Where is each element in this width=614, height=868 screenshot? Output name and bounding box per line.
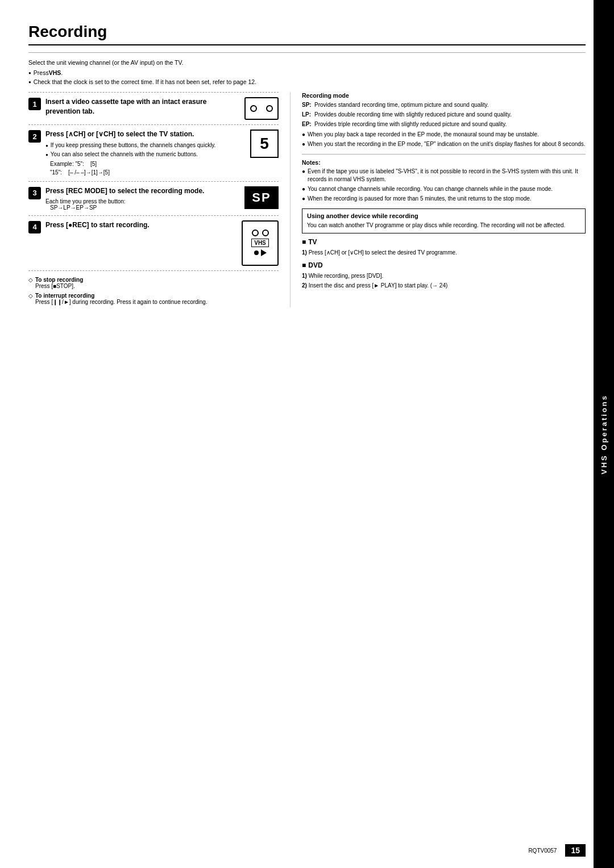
dvd-header: DVD	[302, 261, 586, 269]
vhs-reel-row	[252, 229, 269, 236]
step-2-content: Press [∧CH] or [∨CH] to select the TV st…	[45, 130, 244, 177]
recording-mode-ep: EP: Provides triple recording time with …	[302, 120, 586, 128]
stop-recording-text: To stop recordingPress [■STOP].	[35, 277, 83, 289]
note-2-text: You cannot change channels while recordi…	[308, 185, 553, 193]
rec-dot-icon	[254, 251, 259, 255]
ep-note1: ● When you play back a tape recorded in …	[302, 131, 586, 139]
note-1-bullet: ●	[302, 168, 305, 176]
vhs-label: VHS	[251, 239, 269, 247]
step-2-note1: If you keep pressing these buttons, the …	[45, 141, 244, 149]
note-1-text: Even if the tape you use is labeled "S-V…	[308, 168, 586, 183]
footer: RQTV0057 15	[28, 844, 586, 857]
ep-note2: ● When you start the recording in the EP…	[302, 140, 586, 148]
step-3-seq: SP→LP→EP→SP	[50, 205, 239, 211]
left-column: 1 Insert a video cassette tape with an i…	[28, 92, 290, 307]
lp-text: Provides double recording time with slig…	[314, 111, 512, 119]
sp-icon: SP	[244, 186, 279, 209]
step-1-icon	[244, 97, 279, 120]
step-1-title: Insert a video cassette tape with an int…	[45, 97, 239, 116]
example-line1: Example: "5": [5]	[50, 160, 244, 168]
vhs-sidebar-label: VHS Operations	[600, 394, 608, 474]
diamond-interrupt: ◇	[28, 293, 33, 299]
tv-step-1: 1) Press [∧CH] or [∨CH] to select the de…	[302, 248, 586, 257]
ep-note1-text: When you play back a tape recorded in th…	[308, 131, 539, 139]
step-4: 4 Press [●REC] to start recording. VHS	[28, 215, 279, 271]
interrupt-recording: ◇ To interrupt recordingPress [❙❙/►] dur…	[28, 293, 279, 305]
intro-bullet2: Check that the clock is set to the corre…	[28, 78, 586, 86]
step-3-title: Press [REC MODE] to select the recording…	[45, 186, 239, 196]
ep-label: EP:	[302, 120, 314, 128]
notes-section: Notes: ● Even if the tape you use is lab…	[302, 154, 586, 203]
notes-title: Notes:	[302, 159, 586, 166]
step-4-number: 4	[28, 221, 41, 233]
tape-reel-left	[250, 105, 257, 112]
recording-mode-title: Recording mode	[302, 92, 586, 99]
step-2: 2 Press [∧CH] or [∨CH] to select the TV …	[28, 124, 279, 177]
stop-interrupt-section: ◇ To stop recordingPress [■STOP]. ◇ To i…	[28, 277, 279, 305]
dvd-subsection: DVD 1) While recording, press [DVD]. 2) …	[302, 261, 586, 290]
step-2-note1-text: If you keep pressing these buttons, the …	[51, 141, 216, 149]
step-4-icon: VHS	[242, 220, 279, 266]
step-1: 1 Insert a video cassette tape with an i…	[28, 92, 279, 120]
step-2-note2: You can also select the channels with th…	[45, 151, 244, 158]
top-rule	[28, 52, 586, 53]
step-3-icon: SP	[244, 186, 279, 209]
number-5-icon: 5	[250, 130, 279, 158]
intro-section: Select the unit viewing channel (or the …	[28, 59, 586, 86]
step-4-title: Press [●REC] to start recording.	[45, 220, 236, 230]
vhs-bold: VHS	[49, 69, 61, 77]
step-4-content: Press [●REC] to start recording.	[45, 220, 236, 232]
intro-line1: Select the unit viewing channel (or the …	[28, 59, 586, 68]
step-2-note2-text: You can also select the channels with th…	[51, 151, 198, 158]
step-1-number: 1	[28, 98, 41, 110]
note-1: ● Even if the tape you use is labeled "S…	[302, 168, 586, 183]
ep-note2-bullet: ●	[302, 140, 305, 148]
page-container: Recording Select the unit viewing channe…	[0, 0, 614, 868]
example-line2: "15": [– /– –]→[1]→[5]	[50, 168, 244, 177]
intro-bullet2-text: Check that the clock is set to the corre…	[34, 78, 256, 86]
step-3-number: 3	[28, 187, 41, 199]
ep-note2-text: When you start the recording in the EP m…	[308, 140, 586, 148]
right-column: Recording mode SP: Provides standard rec…	[290, 92, 586, 307]
dvd-step-1: 1) While recording, press [DVD].	[302, 272, 586, 280]
sp-label: SP:	[302, 101, 314, 109]
ep-text: Provides triple recording time with slig…	[314, 120, 507, 128]
using-device-description: You can watch another TV programme or pl…	[307, 222, 580, 229]
step-2-title: Press [∧CH] or [∨CH] to select the TV st…	[45, 130, 244, 139]
tv-header: TV	[302, 238, 586, 246]
step-2-icon: 5	[250, 130, 279, 158]
note-3-text: When the recording is paused for more th…	[308, 195, 532, 203]
tv-subsection: TV 1) Press [∧CH] or [∨CH] to select the…	[302, 238, 586, 257]
step-1-content: Insert a video cassette tape with an int…	[45, 97, 239, 119]
vhs-reel-right	[262, 229, 269, 236]
tape-icon	[244, 97, 279, 120]
stop-recording: ◇ To stop recordingPress [■STOP].	[28, 277, 279, 289]
step-3-subtext: Each time you press the button:	[45, 198, 239, 205]
using-device-box: Using another device while recording You…	[302, 208, 586, 233]
step-2-example: Example: "5": [5] "15": [– /– –]→[1]→[5]	[50, 160, 244, 177]
recording-mode-sp: SP: Provides standard recording time, op…	[302, 101, 586, 109]
using-device-title: Using another device while recording	[307, 212, 580, 219]
footer-code: RQTV0057	[528, 848, 557, 854]
tape-reel-right	[266, 105, 273, 112]
step-3: 3 Press [REC MODE] to select the recordi…	[28, 181, 279, 211]
step-3-content: Press [REC MODE] to select the recording…	[45, 186, 239, 211]
vhs-sidebar: VHS Operations	[594, 0, 614, 868]
page-title: Recording	[28, 23, 586, 45]
page-number: 15	[565, 844, 586, 857]
step-2-number: 2	[28, 130, 41, 143]
ep-note1-bullet: ●	[302, 131, 305, 139]
vhs-cassette-icon: VHS	[242, 220, 279, 266]
diamond-stop: ◇	[28, 277, 33, 283]
main-content: 1 Insert a video cassette tape with an i…	[28, 92, 586, 307]
note-3: ● When the recording is paused for more …	[302, 195, 586, 203]
dvd-step-2: 2) Insert the disc and press [► PLAY] to…	[302, 281, 586, 290]
lp-label: LP:	[302, 111, 314, 119]
note-2: ● You cannot change channels while recor…	[302, 185, 586, 193]
intro-bullet1: Press VHS.	[28, 69, 586, 77]
note-3-bullet: ●	[302, 195, 305, 203]
sp-text: Provides standard recording time, optimu…	[314, 101, 489, 109]
interrupt-recording-text: To interrupt recordingPress [❙❙/►] durin…	[35, 293, 208, 305]
vhs-reel-left	[252, 229, 259, 236]
note-2-bullet: ●	[302, 185, 305, 193]
